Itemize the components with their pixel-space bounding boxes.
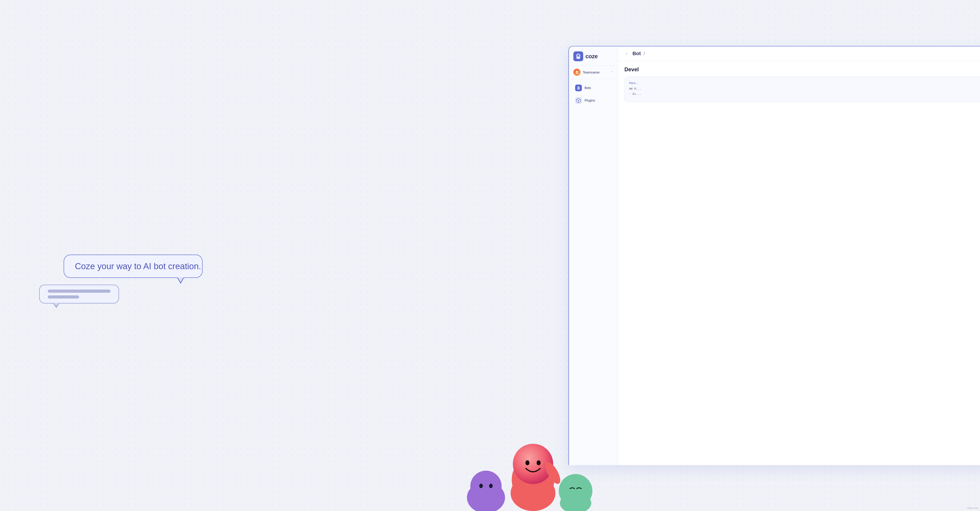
svg-point-2 <box>479 484 483 488</box>
svg-point-3 <box>489 484 493 488</box>
svg-point-7 <box>525 460 530 465</box>
left-section: Coze your way to AI bot creation. <box>39 0 528 511</box>
main-content: Coze your way to AI bot creation. <box>0 0 980 511</box>
copyright-text: ©2024 Coze <box>967 507 978 509</box>
main-speech-bubble: Coze your way to AI bot creation. <box>64 255 202 278</box>
svg-point-1 <box>470 471 502 502</box>
purple-mascot <box>464 453 508 511</box>
main-mascot <box>504 435 562 511</box>
mascots-area <box>464 435 596 511</box>
secondary-speech-bubble <box>39 285 119 304</box>
placeholder-line-medium <box>48 295 79 299</box>
placeholder-line-long <box>48 290 110 293</box>
hero-tagline: Coze your way to AI bot creation. <box>75 261 201 271</box>
svg-point-8 <box>536 460 541 465</box>
